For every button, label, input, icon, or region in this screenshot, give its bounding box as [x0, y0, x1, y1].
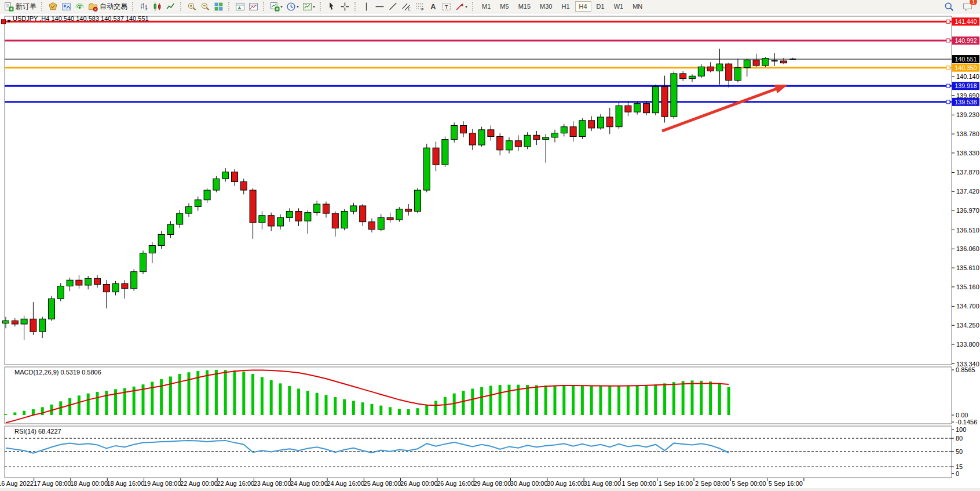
line-chart-icon: [166, 2, 175, 12]
template-icon: [302, 2, 312, 12]
indicator-window-button[interactable]: [234, 1, 246, 12]
svg-text:T: T: [445, 3, 448, 10]
timeframe-m5[interactable]: M5: [496, 1, 513, 12]
timeframe-d1[interactable]: D1: [593, 1, 609, 12]
svg-text:133.800: 133.800: [956, 341, 979, 348]
autotrade-button[interactable]: 自动交易: [87, 1, 129, 12]
svg-text:139.918: 139.918: [955, 82, 977, 89]
chart-title: USDJPY ,H4 140.540 140.583 140.537 140.5…: [13, 15, 149, 22]
toolbar-separator: [320, 2, 322, 11]
svg-text:136.060: 136.060: [956, 245, 979, 252]
toolbar-separator: [472, 2, 474, 11]
macd-label: MACD(12,26,9) 0.5319 0.5806: [14, 369, 101, 376]
svg-text:140.551: 140.551: [955, 56, 977, 63]
profile-button[interactable]: [60, 1, 72, 12]
timeframe-m15[interactable]: M15: [514, 1, 535, 12]
text-label-button[interactable]: T: [440, 1, 452, 12]
fibonacci-icon: F: [415, 2, 425, 12]
svg-text:2 Sep 08:00: 2 Sep 08:00: [695, 480, 729, 487]
fibonacci-button[interactable]: F: [414, 1, 426, 12]
zoom-in-icon: [187, 2, 197, 12]
svg-text:19 Aug 08:00: 19 Aug 08:00: [144, 480, 181, 487]
bar-chart-icon: [139, 2, 149, 12]
svg-text:A: A: [430, 2, 436, 11]
svg-text:136.970: 136.970: [956, 207, 979, 214]
svg-text:26 Aug 00:00: 26 Aug 00:00: [400, 480, 438, 487]
crosshair-icon: [340, 2, 350, 12]
svg-text:140.992: 140.992: [955, 37, 977, 44]
template-button[interactable]: ▾: [301, 1, 316, 12]
autotrade-icon: [88, 2, 98, 12]
svg-text:22 Aug 16:00: 22 Aug 16:00: [217, 480, 254, 487]
timeframe-m1[interactable]: M1: [478, 1, 495, 12]
timeframe-w1[interactable]: W1: [610, 1, 628, 12]
trendline-icon: [388, 2, 398, 12]
text-button[interactable]: A: [427, 1, 439, 12]
horizontal-line-button[interactable]: [374, 1, 386, 12]
toolbar-separator: [263, 2, 265, 11]
zoom-out-button[interactable]: [199, 1, 211, 12]
search-button[interactable]: [943, 1, 955, 12]
cursor-icon: [327, 2, 337, 12]
svg-text:134.700: 134.700: [956, 303, 979, 310]
price-axis[interactable]: 140.140139.690139.230138.780138.330137.8…: [952, 73, 979, 368]
bar-chart-button[interactable]: [138, 1, 150, 12]
svg-text:29 Aug 08:00: 29 Aug 08:00: [473, 480, 511, 487]
macd-scale: 0.85650.00-0.1456: [952, 366, 977, 425]
timeframe-m30[interactable]: M30: [536, 1, 556, 12]
cycle-window-button[interactable]: [247, 1, 259, 12]
signal-icon: [75, 2, 85, 12]
period-icon: [286, 2, 296, 12]
chart-canvas[interactable]: 140.140139.690139.230138.780138.330137.8…: [0, 0, 980, 491]
timeframe-mn[interactable]: MN: [628, 1, 646, 12]
toolbar-separator: [180, 2, 182, 11]
svg-text:140.140: 140.140: [956, 73, 979, 80]
chevron-down-icon: ▾: [313, 4, 315, 9]
profile-icon: [61, 2, 71, 12]
svg-text:30 Aug 16:00: 30 Aug 16:00: [547, 480, 584, 487]
tile-windows-button[interactable]: [213, 1, 225, 12]
add-indicator-button[interactable]: ▾: [269, 1, 284, 12]
macd-panel[interactable]: [5, 367, 952, 424]
search-icon: [944, 2, 954, 12]
vertical-line-button[interactable]: [360, 1, 372, 12]
cycle-window-icon: [248, 2, 258, 12]
arrows-icon: [455, 2, 465, 12]
time-axis[interactable]: 16 Aug 202217 Aug 08:0018 Aug 00:0018 Au…: [0, 478, 804, 487]
svg-text:80: 80: [956, 435, 963, 442]
arrows-button[interactable]: ▾: [454, 1, 469, 12]
svg-text:5 Sep 16:00: 5 Sep 16:00: [769, 480, 803, 487]
channel-icon: E: [401, 2, 411, 12]
svg-text:0: 0: [956, 470, 959, 477]
svg-text:140.350: 140.350: [955, 64, 977, 71]
timeframe-h4[interactable]: H4: [575, 1, 591, 12]
svg-text:0.00: 0.00: [956, 412, 968, 419]
line-anchor-marker[interactable]: [2, 20, 6, 24]
svg-text:100: 100: [956, 426, 966, 433]
market-button[interactable]: [47, 1, 59, 12]
cursor-button[interactable]: [326, 1, 338, 12]
signal-button[interactable]: [74, 1, 86, 12]
period-button[interactable]: ▾: [285, 1, 300, 12]
svg-text:139.230: 139.230: [956, 111, 979, 118]
crosshair-button[interactable]: [339, 1, 351, 12]
channel-button[interactable]: E: [400, 1, 412, 12]
trendline-button[interactable]: [387, 1, 399, 12]
chat-button[interactable]: 1: [961, 1, 974, 12]
new-order-button[interactable]: 新订单: [3, 1, 38, 12]
toolbar-separator: [228, 2, 231, 11]
candlestick-chart-button[interactable]: [151, 1, 163, 12]
zoom-in-button[interactable]: [186, 1, 198, 12]
svg-text:22 Aug 00:00: 22 Aug 00:00: [180, 480, 218, 487]
svg-text:1 Sep 00:00: 1 Sep 00:00: [621, 480, 656, 487]
rsi-panel[interactable]: [5, 426, 952, 478]
line-chart-button[interactable]: [164, 1, 177, 12]
svg-text:139.538: 139.538: [955, 99, 977, 106]
chevron-down-icon: ▾: [465, 4, 467, 9]
svg-text:137.870: 137.870: [956, 169, 979, 176]
svg-text:1 Sep 16:00: 1 Sep 16:00: [659, 480, 693, 487]
chevron-down-icon: ▾: [280, 4, 283, 9]
timeframe-h1[interactable]: H1: [557, 1, 573, 12]
svg-text:135.160: 135.160: [956, 283, 979, 290]
svg-text:24 Aug 00:00: 24 Aug 00:00: [290, 480, 328, 487]
